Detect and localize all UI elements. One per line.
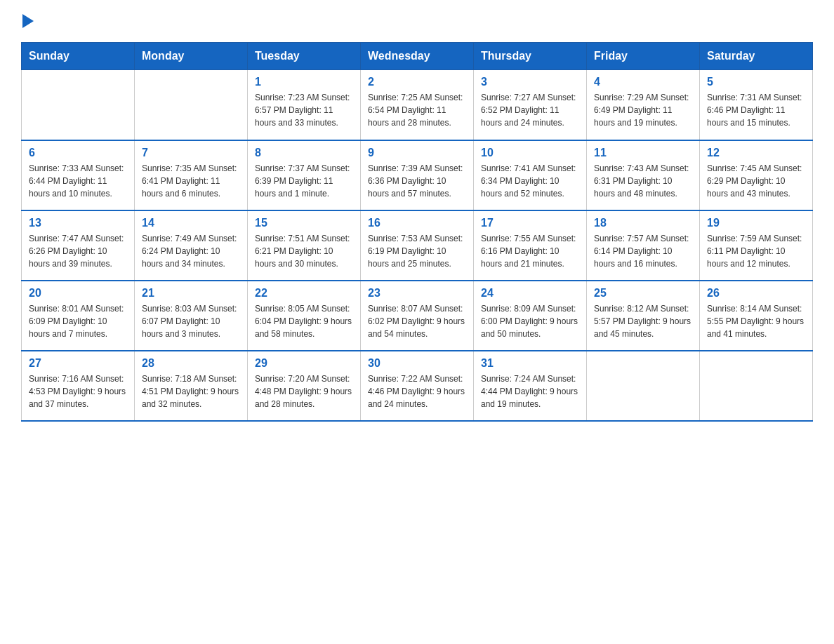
calendar-cell [700,351,813,421]
calendar-cell: 9Sunrise: 7:39 AM Sunset: 6:36 PM Daylig… [361,140,474,210]
day-info: Sunrise: 8:07 AM Sunset: 6:02 PM Dayligh… [368,302,466,340]
day-number: 29 [255,357,353,370]
day-number: 18 [594,217,692,229]
day-info: Sunrise: 7:45 AM Sunset: 6:29 PM Dayligh… [707,162,805,200]
day-header-thursday: Thursday [474,43,587,70]
day-header-tuesday: Tuesday [248,43,361,70]
calendar-cell: 7Sunrise: 7:35 AM Sunset: 6:41 PM Daylig… [135,140,248,210]
day-number: 7 [142,147,240,159]
day-number: 16 [368,217,466,229]
calendar-cell: 1Sunrise: 7:23 AM Sunset: 6:57 PM Daylig… [248,70,361,140]
day-header-row: SundayMondayTuesdayWednesdayThursdayFrid… [22,43,813,70]
day-number: 21 [142,287,240,300]
logo-arrow-icon [22,14,34,28]
calendar-cell: 15Sunrise: 7:51 AM Sunset: 6:21 PM Dayli… [248,210,361,281]
day-info: Sunrise: 7:41 AM Sunset: 6:34 PM Dayligh… [481,162,579,200]
day-header-sunday: Sunday [22,43,135,70]
calendar-cell: 20Sunrise: 8:01 AM Sunset: 6:09 PM Dayli… [22,281,135,351]
day-number: 8 [255,147,353,159]
day-info: Sunrise: 7:18 AM Sunset: 4:51 PM Dayligh… [142,373,240,410]
calendar-cell: 31Sunrise: 7:24 AM Sunset: 4:44 PM Dayli… [474,351,587,421]
calendar-cell: 25Sunrise: 8:12 AM Sunset: 5:57 PM Dayli… [587,281,700,351]
day-info: Sunrise: 8:01 AM Sunset: 6:09 PM Dayligh… [29,302,127,340]
day-number: 10 [481,147,579,159]
calendar-cell: 19Sunrise: 7:59 AM Sunset: 6:11 PM Dayli… [700,210,813,281]
day-number: 4 [594,76,692,88]
day-number: 11 [594,147,692,159]
calendar-cell: 23Sunrise: 8:07 AM Sunset: 6:02 PM Dayli… [361,281,474,351]
week-row-4: 20Sunrise: 8:01 AM Sunset: 6:09 PM Dayli… [22,281,813,351]
day-number: 3 [481,76,579,88]
calendar-cell: 3Sunrise: 7:27 AM Sunset: 6:52 PM Daylig… [474,70,587,140]
week-row-5: 27Sunrise: 7:16 AM Sunset: 4:53 PM Dayli… [22,351,813,421]
day-info: Sunrise: 7:24 AM Sunset: 4:44 PM Dayligh… [481,373,579,410]
calendar-cell: 12Sunrise: 7:45 AM Sunset: 6:29 PM Dayli… [700,140,813,210]
calendar-cell: 4Sunrise: 7:29 AM Sunset: 6:49 PM Daylig… [587,70,700,140]
day-info: Sunrise: 7:33 AM Sunset: 6:44 PM Dayligh… [29,162,127,200]
day-number: 14 [142,217,240,229]
day-info: Sunrise: 7:35 AM Sunset: 6:41 PM Dayligh… [142,162,240,200]
day-info: Sunrise: 7:16 AM Sunset: 4:53 PM Dayligh… [29,373,127,410]
day-header-monday: Monday [135,43,248,70]
day-number: 5 [707,76,805,88]
day-info: Sunrise: 7:53 AM Sunset: 6:19 PM Dayligh… [368,232,466,270]
calendar-cell: 10Sunrise: 7:41 AM Sunset: 6:34 PM Dayli… [474,140,587,210]
calendar-cell: 21Sunrise: 8:03 AM Sunset: 6:07 PM Dayli… [135,281,248,351]
day-info: Sunrise: 7:29 AM Sunset: 6:49 PM Dayligh… [594,91,692,129]
calendar-cell: 30Sunrise: 7:22 AM Sunset: 4:46 PM Dayli… [361,351,474,421]
day-number: 2 [368,76,466,88]
calendar-cell [587,351,700,421]
calendar-cell: 28Sunrise: 7:18 AM Sunset: 4:51 PM Dayli… [135,351,248,421]
day-header-wednesday: Wednesday [361,43,474,70]
day-number: 22 [255,287,353,300]
day-number: 23 [368,287,466,300]
day-info: Sunrise: 8:14 AM Sunset: 5:55 PM Dayligh… [707,302,805,340]
day-number: 27 [29,357,127,370]
day-number: 26 [707,287,805,300]
calendar-cell: 11Sunrise: 7:43 AM Sunset: 6:31 PM Dayli… [587,140,700,210]
calendar-cell: 24Sunrise: 8:09 AM Sunset: 6:00 PM Dayli… [474,281,587,351]
day-number: 24 [481,287,579,300]
day-info: Sunrise: 7:37 AM Sunset: 6:39 PM Dayligh… [255,162,353,200]
calendar-cell: 29Sunrise: 7:20 AM Sunset: 4:48 PM Dayli… [248,351,361,421]
day-info: Sunrise: 7:31 AM Sunset: 6:46 PM Dayligh… [707,91,805,129]
day-number: 20 [29,287,127,300]
calendar-cell [22,70,135,140]
day-number: 12 [707,147,805,159]
week-row-3: 13Sunrise: 7:47 AM Sunset: 6:26 PM Dayli… [22,210,813,281]
day-number: 1 [255,76,353,88]
day-info: Sunrise: 7:55 AM Sunset: 6:16 PM Dayligh… [481,232,579,270]
day-info: Sunrise: 7:59 AM Sunset: 6:11 PM Dayligh… [707,232,805,270]
calendar-cell: 2Sunrise: 7:25 AM Sunset: 6:54 PM Daylig… [361,70,474,140]
day-info: Sunrise: 7:57 AM Sunset: 6:14 PM Dayligh… [594,232,692,270]
day-info: Sunrise: 7:51 AM Sunset: 6:21 PM Dayligh… [255,232,353,270]
calendar-cell: 27Sunrise: 7:16 AM Sunset: 4:53 PM Dayli… [22,351,135,421]
day-number: 15 [255,217,353,229]
calendar-cell [135,70,248,140]
day-info: Sunrise: 8:09 AM Sunset: 6:00 PM Dayligh… [481,302,579,340]
day-info: Sunrise: 8:12 AM Sunset: 5:57 PM Dayligh… [594,302,692,340]
day-info: Sunrise: 7:25 AM Sunset: 6:54 PM Dayligh… [368,91,466,129]
day-info: Sunrise: 7:49 AM Sunset: 6:24 PM Dayligh… [142,232,240,270]
day-number: 30 [368,357,466,370]
calendar-cell: 16Sunrise: 7:53 AM Sunset: 6:19 PM Dayli… [361,210,474,281]
day-info: Sunrise: 7:22 AM Sunset: 4:46 PM Dayligh… [368,373,466,410]
day-info: Sunrise: 7:27 AM Sunset: 6:52 PM Dayligh… [481,91,579,129]
day-number: 31 [481,357,579,370]
day-info: Sunrise: 7:47 AM Sunset: 6:26 PM Dayligh… [29,232,127,270]
logo [21,14,34,28]
calendar-cell: 6Sunrise: 7:33 AM Sunset: 6:44 PM Daylig… [22,140,135,210]
day-info: Sunrise: 7:20 AM Sunset: 4:48 PM Dayligh… [255,373,353,410]
calendar-cell: 22Sunrise: 8:05 AM Sunset: 6:04 PM Dayli… [248,281,361,351]
day-number: 13 [29,217,127,229]
day-header-friday: Friday [587,43,700,70]
header [21,14,813,28]
day-info: Sunrise: 8:05 AM Sunset: 6:04 PM Dayligh… [255,302,353,340]
day-info: Sunrise: 7:39 AM Sunset: 6:36 PM Dayligh… [368,162,466,200]
calendar-cell: 26Sunrise: 8:14 AM Sunset: 5:55 PM Dayli… [700,281,813,351]
day-number: 25 [594,287,692,300]
calendar-cell: 17Sunrise: 7:55 AM Sunset: 6:16 PM Dayli… [474,210,587,281]
day-number: 19 [707,217,805,229]
day-info: Sunrise: 7:23 AM Sunset: 6:57 PM Dayligh… [255,91,353,129]
day-number: 28 [142,357,240,370]
